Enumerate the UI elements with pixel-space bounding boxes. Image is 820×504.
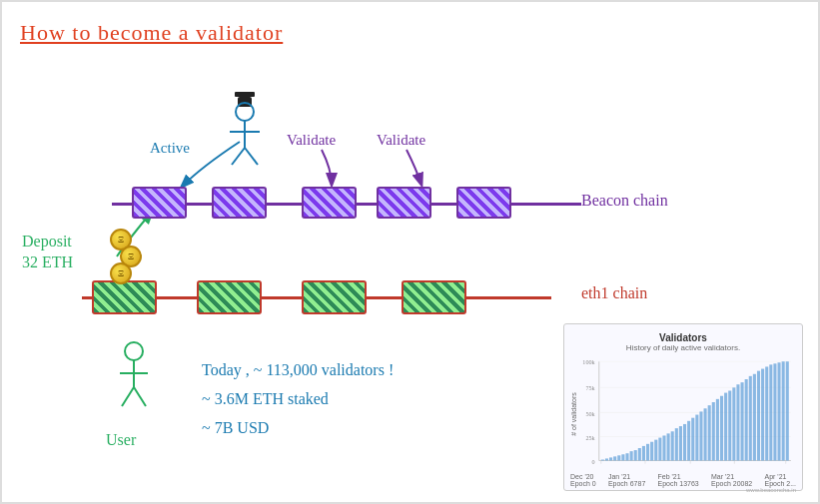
- svg-rect-57: [741, 382, 744, 460]
- eth1-chain-label: eth1 chain: [581, 284, 647, 302]
- beacon-block-4: [377, 187, 431, 219]
- coin-3: Ξ: [110, 262, 132, 284]
- svg-rect-34: [646, 444, 649, 461]
- user-label: User: [106, 431, 136, 449]
- svg-text:0: 0: [592, 458, 595, 465]
- whiteboard: { "title": "How to become a validator", …: [0, 0, 820, 504]
- svg-rect-23: [601, 460, 604, 461]
- svg-rect-61: [757, 371, 760, 461]
- stats-line1: Today , ~ 113,000 validators !: [202, 356, 394, 385]
- beacon-block-3: [302, 187, 357, 219]
- svg-text:25k: 25k: [585, 434, 595, 441]
- svg-rect-32: [638, 448, 641, 461]
- svg-rect-43: [683, 424, 686, 461]
- eth1-block-3: [302, 280, 367, 314]
- svg-rect-64: [769, 364, 772, 460]
- svg-line-10: [122, 387, 134, 406]
- svg-rect-31: [634, 450, 637, 460]
- svg-rect-39: [667, 433, 670, 460]
- chart-title: Validators: [570, 332, 796, 343]
- svg-rect-45: [691, 418, 694, 461]
- svg-rect-26: [613, 456, 616, 460]
- svg-rect-35: [650, 442, 653, 461]
- svg-rect-50: [712, 402, 715, 461]
- svg-rect-0: [235, 92, 255, 97]
- svg-rect-37: [658, 438, 661, 461]
- svg-rect-29: [625, 453, 628, 460]
- svg-rect-63: [765, 366, 768, 460]
- svg-line-6: [245, 148, 258, 165]
- chart-y-label: # of validators: [570, 392, 577, 436]
- svg-text:100k: 100k: [582, 358, 595, 365]
- svg-rect-67: [782, 361, 785, 460]
- stats-line2: ~ 3.6M ETH staked: [202, 385, 394, 414]
- beacon-block-1: [132, 187, 187, 219]
- svg-line-5: [232, 148, 245, 165]
- svg-rect-51: [716, 399, 719, 461]
- svg-rect-56: [736, 384, 739, 460]
- chart-x-label-2: Feb '21Epoch 13763: [658, 473, 699, 487]
- svg-rect-33: [642, 446, 645, 461]
- svg-rect-27: [617, 455, 620, 460]
- svg-rect-30: [630, 451, 633, 460]
- svg-rect-54: [728, 391, 731, 461]
- active-label: Active: [150, 140, 190, 157]
- chart-svg: 100k 75k 50k 25k 0: [570, 356, 796, 471]
- stats-text: Today , ~ 113,000 validators ! ~ 3.6M ET…: [202, 356, 394, 442]
- svg-rect-38: [662, 435, 665, 460]
- svg-rect-59: [749, 376, 752, 461]
- svg-rect-68: [786, 361, 789, 460]
- chart-subtitle: History of daily active validators.: [570, 343, 796, 352]
- beacon-block-2: [212, 187, 267, 219]
- chart-x-label-0: Dec '20Epoch 0: [570, 473, 596, 487]
- svg-rect-42: [679, 426, 682, 461]
- beacon-block-5: [456, 187, 511, 219]
- svg-line-11: [134, 387, 146, 406]
- svg-point-7: [125, 342, 143, 360]
- chart-x-label-4: Apr '21Epoch 2...: [764, 473, 796, 487]
- svg-rect-60: [753, 374, 756, 461]
- chart-x-label-3: Mar '21Epoch 20082: [711, 473, 752, 487]
- eth1-block-4: [402, 280, 466, 314]
- validate1-label: Validate: [287, 132, 336, 149]
- svg-rect-65: [773, 363, 776, 460]
- svg-rect-47: [699, 411, 702, 460]
- eth1-block-2: [197, 280, 262, 314]
- svg-rect-44: [687, 421, 690, 461]
- beacon-chain-label: Beacon chain: [581, 192, 668, 210]
- validate2-label: Validate: [377, 132, 425, 149]
- svg-rect-66: [778, 362, 781, 460]
- validators-chart: Validators History of daily active valid…: [563, 323, 803, 491]
- eth1-block-1: [92, 280, 157, 314]
- svg-rect-25: [609, 457, 612, 460]
- svg-rect-62: [761, 369, 764, 461]
- svg-rect-36: [654, 440, 657, 461]
- svg-text:75k: 75k: [585, 384, 595, 391]
- chart-footer: www.beaconcha.in: [570, 487, 796, 493]
- svg-rect-41: [675, 428, 678, 460]
- svg-rect-48: [704, 408, 707, 460]
- chart-area: # of validators 100k 75k 50k 25k 0: [570, 356, 796, 471]
- svg-rect-40: [671, 431, 674, 460]
- svg-text:50k: 50k: [585, 410, 595, 417]
- svg-rect-52: [720, 396, 723, 461]
- svg-rect-46: [695, 415, 698, 461]
- svg-rect-49: [708, 405, 711, 460]
- chart-x-labels: Dec '20Epoch 0 Jan '21Epoch 6787 Feb '21…: [570, 473, 796, 487]
- page-title: How to become a validator: [20, 20, 283, 46]
- svg-rect-53: [724, 393, 727, 461]
- svg-rect-58: [745, 379, 748, 461]
- svg-rect-55: [732, 387, 735, 460]
- stats-line3: ~ 7B USD: [202, 414, 394, 443]
- user-figure: [112, 341, 157, 421]
- deposit-label: Deposit 32 ETH: [22, 232, 73, 273]
- svg-rect-24: [605, 458, 608, 460]
- svg-rect-28: [621, 454, 624, 460]
- chart-x-label-1: Jan '21Epoch 6787: [608, 473, 645, 487]
- validator-figure: [220, 90, 270, 175]
